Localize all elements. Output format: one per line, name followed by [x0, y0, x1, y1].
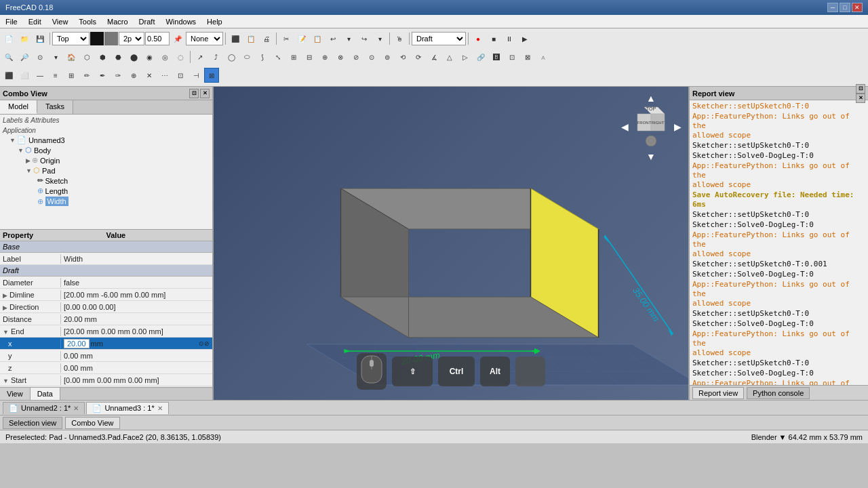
pause-button[interactable]: ⏸ [502, 31, 517, 46]
tool-b16[interactable]: ∡ [427, 49, 441, 64]
python-console-tab[interactable]: Python console [747, 387, 810, 399]
tool-b1[interactable]: ↗ [193, 49, 208, 64]
tool-b9[interactable]: ⊕ [317, 49, 332, 64]
tool-a7[interactable]: ⬢ [95, 49, 110, 64]
viewport[interactable]: 20.00 mm 35.00 mm ▲ ▼ [214, 87, 688, 400]
tool-b12[interactable]: ⊙ [364, 49, 379, 64]
open-file-button[interactable]: 📁 [17, 31, 32, 46]
tool-b21[interactable]: ⊡ [505, 49, 519, 64]
combo-close-button[interactable]: ✕ [200, 89, 210, 98]
maximize-button[interactable]: □ [840, 3, 850, 12]
tool-b3[interactable]: ◯ [224, 49, 239, 64]
prop-direction[interactable]: ▶Direction [0.00 0.00 0.00] [0, 301, 212, 313]
tree-item-unnamed3[interactable]: ▼ 📄 Unnamed3 [1, 135, 211, 145]
tool-b5[interactable]: ⟆ [255, 49, 270, 64]
undo-drop-button[interactable]: ▾ [341, 31, 356, 46]
tool-b17[interactable]: △ [442, 49, 457, 64]
redo-drop-button[interactable]: ▾ [372, 31, 387, 46]
workbench-select[interactable]: Draft [412, 32, 466, 45]
tool-b11[interactable]: ⊘ [349, 49, 363, 64]
tree-item-width[interactable]: ⊕ Width [1, 196, 211, 207]
copy-button[interactable]: 📝 [294, 31, 309, 46]
draft-button-c[interactable]: 🖨 [259, 31, 274, 46]
close-button[interactable]: ✕ [852, 3, 863, 12]
tool-b7[interactable]: ⊞ [286, 49, 301, 64]
tool-c13[interactable]: ⊣ [189, 68, 203, 83]
tree-item-length[interactable]: ⊕ Length [1, 186, 211, 196]
tool-b23[interactable]: ⟑ [536, 49, 551, 64]
pointer-button[interactable]: 🖱 [392, 31, 407, 46]
tool-b4[interactable]: ⬭ [239, 49, 254, 64]
tool-a8[interactable]: ⬣ [111, 49, 125, 64]
tool-b20[interactable]: 🅱 [489, 49, 504, 64]
tool-c1[interactable]: ⬛ [1, 68, 16, 83]
doc-tab-unnamed3-close[interactable]: ✕ [157, 405, 163, 412]
report-view-tab[interactable]: Report view [692, 387, 744, 399]
tool-c8[interactable]: ✑ [111, 68, 125, 83]
tool-c2[interactable]: ⬜ [17, 68, 32, 83]
doc-tab-unnamed2[interactable]: 📄 Unnamed2 : 1* ✕ [3, 402, 85, 414]
snap-button[interactable]: 📌 [170, 31, 185, 46]
tool-b13[interactable]: ⊚ [380, 49, 395, 64]
combo-view-tab[interactable]: Combo View [65, 417, 119, 429]
tool-c5[interactable]: ⊞ [64, 68, 79, 83]
menu-windows[interactable]: Windows [160, 15, 201, 28]
tool-c12[interactable]: ⊡ [173, 68, 188, 83]
tool-a11[interactable]: ◎ [157, 49, 172, 64]
play-button[interactable]: ▶ [517, 31, 532, 46]
tool-b14[interactable]: ⟲ [395, 49, 410, 64]
tool-b10[interactable]: ⊗ [333, 49, 348, 64]
record-button[interactable]: ● [471, 31, 486, 46]
tab-tasks[interactable]: Tasks [37, 100, 73, 114]
undo-button[interactable]: ↩ [326, 31, 340, 46]
tool-a3[interactable]: ⊙ [33, 49, 47, 64]
menu-edit[interactable]: Edit [23, 15, 47, 28]
tool-b8[interactable]: ⊟ [302, 49, 317, 64]
tool-a9[interactable]: ⬤ [126, 49, 141, 64]
tool-c11[interactable]: ⋯ [157, 68, 172, 83]
tool-a1[interactable]: 🔍 [1, 49, 16, 64]
draft-button-a[interactable]: ⬛ [228, 31, 243, 46]
tree-item-body[interactable]: ▼ ⬡ Body [1, 145, 211, 155]
report-float-button[interactable]: ⊡ [856, 84, 865, 94]
tab-data[interactable]: Data [31, 388, 60, 400]
prop-dimline[interactable]: ▶Dimline [20.00 mm -6.00 mm 0.00 mm] [0, 289, 212, 301]
tab-view[interactable]: View [0, 388, 31, 400]
selection-view-tab[interactable]: Selection view [3, 417, 62, 429]
doc-tab-unnamed2-close[interactable]: ✕ [73, 405, 79, 412]
line-width-select[interactable]: 2px [119, 32, 144, 45]
menu-file[interactable]: File [0, 15, 23, 28]
tool-a4[interactable]: ▾ [48, 49, 63, 64]
tree-item-origin[interactable]: ▶ ⊕ Origin [1, 155, 211, 165]
new-file-button[interactable]: 📄 [1, 31, 16, 46]
tool-b6[interactable]: ⤡ [271, 49, 285, 64]
combo-float-button[interactable]: ⊡ [189, 89, 199, 98]
stop-button[interactable]: ■ [486, 31, 501, 46]
tool-c6[interactable]: ✏ [79, 68, 94, 83]
tool-c10[interactable]: ✕ [142, 68, 157, 83]
menu-draft[interactable]: Draft [134, 15, 161, 28]
shape-color-button[interactable] [90, 32, 104, 45]
menu-macro[interactable]: Macro [102, 15, 134, 28]
shape-color2-button[interactable] [104, 32, 118, 45]
tree-item-pad[interactable]: ▼ ⬡ Pad [1, 165, 211, 176]
line-opacity-input[interactable] [145, 32, 170, 45]
prop-start[interactable]: ▼Start [0.00 mm 0.00 mm 0.00 mm] [0, 374, 212, 386]
tool-a6[interactable]: ⬡ [79, 49, 94, 64]
tool-c4[interactable]: ≡ [48, 68, 63, 83]
navigation-cube[interactable]: ▲ ▼ ◀ ▶ TOP FRONT RIGHT [620, 94, 682, 161]
menu-view[interactable]: View [47, 15, 74, 28]
tool-c7[interactable]: ✒ [95, 68, 110, 83]
draft-button-b[interactable]: 📋 [243, 31, 258, 46]
prop-end[interactable]: ▼End [20.00 mm 0.00 mm 0.00 mm] [0, 325, 212, 338]
tool-c3[interactable]: — [33, 68, 47, 83]
tool-b19[interactable]: 🔗 [473, 49, 488, 64]
doc-tab-unnamed3[interactable]: 📄 Unnamed3 : 1* ✕ [86, 402, 168, 414]
view-select[interactable]: TopFrontSide [52, 32, 90, 45]
tree-item-sketch[interactable]: ✏ Sketch [1, 176, 211, 186]
minimize-button[interactable]: ─ [827, 3, 838, 12]
tool-c14[interactable]: ⊠ [204, 68, 219, 83]
save-button[interactable]: 💾 [33, 31, 47, 46]
shape-select[interactable]: None [186, 32, 223, 45]
tab-model[interactable]: Model [0, 100, 37, 114]
